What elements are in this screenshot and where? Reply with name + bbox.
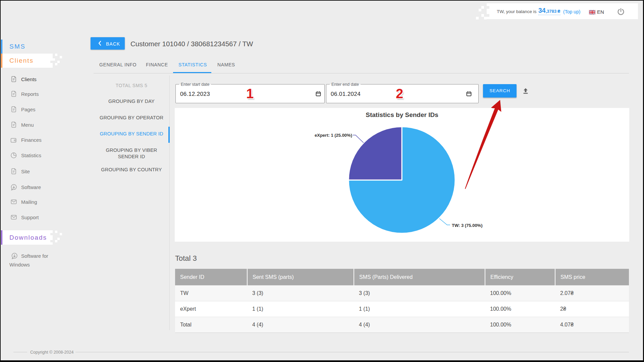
svg-text:TW: 3 (75.00%): TW: 3 (75.00%) (452, 223, 483, 228)
svg-text:eXpert: 1 (25.00%): eXpert: 1 (25.00%) (315, 133, 352, 138)
